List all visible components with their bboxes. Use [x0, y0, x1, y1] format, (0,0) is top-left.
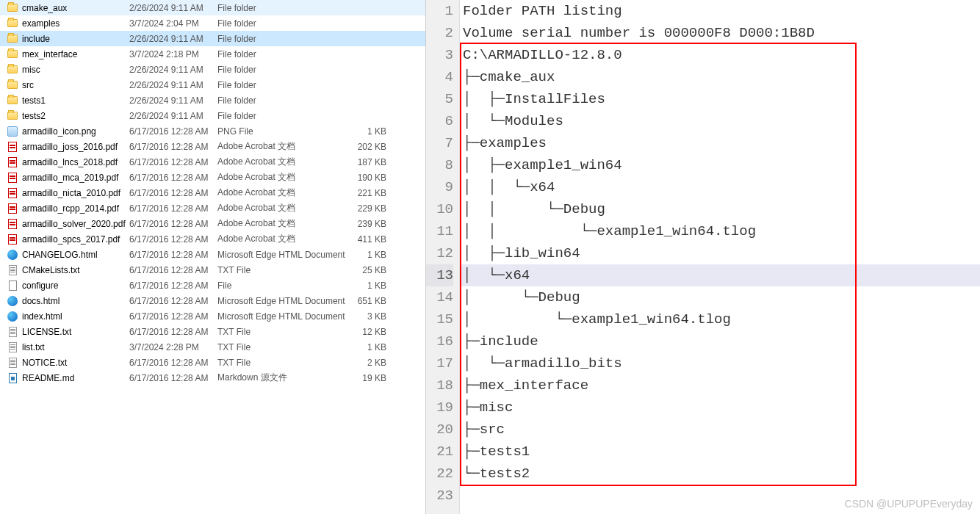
- file-date: 6/17/2016 12:28 AM: [129, 234, 217, 245]
- folder-icon: [6, 35, 19, 43]
- file-explorer-pane[interactable]: cmake_aux2/26/2024 9:11 AMFile folderexa…: [0, 0, 426, 514]
- file-type: TXT File: [217, 342, 350, 352]
- file-size: 3 KB: [350, 311, 394, 322]
- file-row[interactable]: cmake_aux2/26/2024 9:11 AMFile folder: [0, 0, 425, 15]
- pdf-icon: [6, 203, 19, 214]
- folder-icon: [6, 4, 19, 12]
- file-size: 1 KB: [350, 280, 394, 291]
- file-type: File folder: [217, 80, 350, 90]
- line-number-gutter: 1234567891011121314151617181920212223: [426, 0, 460, 514]
- file-date: 6/17/2016 12:28 AM: [129, 280, 217, 291]
- code-line: └─tests2: [460, 463, 980, 485]
- file-row[interactable]: armadillo_icon.png6/17/2016 12:28 AMPNG …: [0, 123, 425, 139]
- file-row[interactable]: include2/26/2024 9:11 AMFile folder: [0, 31, 425, 46]
- file-row[interactable]: tests12/26/2024 9:11 AMFile folder: [0, 93, 425, 108]
- file-row[interactable]: mex_interface3/7/2024 2:18 PMFile folder: [0, 46, 425, 62]
- line-number: 19: [426, 397, 453, 419]
- file-row[interactable]: armadillo_nicta_2010.pdf6/17/2016 12:28 …: [0, 185, 425, 200]
- file-type: Microsoft Edge HTML Document: [217, 296, 350, 306]
- file-row[interactable]: CHANGELOG.html6/17/2016 12:28 AMMicrosof…: [0, 247, 425, 262]
- file-date: 2/26/2024 9:11 AM: [129, 95, 217, 106]
- file-name: CHANGELOG.html: [19, 250, 129, 260]
- file-type: Adobe Acrobat 文档: [217, 217, 350, 230]
- line-number: 20: [426, 419, 453, 441]
- file-row[interactable]: index.html6/17/2016 12:28 AMMicrosoft Ed…: [0, 308, 425, 324]
- line-number: 4: [426, 66, 453, 88]
- code-line: │ │ └─x64: [460, 176, 980, 198]
- file-name: examples: [19, 18, 129, 29]
- line-number: 16: [426, 330, 453, 352]
- line-number: 21: [426, 441, 453, 463]
- line-number: 17: [426, 352, 453, 374]
- file-row[interactable]: armadillo_joss_2016.pdf6/17/2016 12:28 A…: [0, 139, 425, 154]
- file-type: Adobe Acrobat 文档: [217, 171, 350, 184]
- file-row[interactable]: armadillo_solver_2020.pdf6/17/2016 12:28…: [0, 216, 425, 231]
- file-name: CMakeLists.txt: [19, 265, 129, 275]
- file-list: cmake_aux2/26/2024 9:11 AMFile folderexa…: [0, 0, 425, 386]
- file-date: 6/17/2016 12:28 AM: [129, 311, 217, 322]
- file-date: 2/26/2024 9:11 AM: [129, 80, 217, 90]
- file-name: tests2: [19, 111, 129, 121]
- file-type: Markdown 源文件: [217, 372, 350, 384]
- file-row[interactable]: CMakeLists.txt6/17/2016 12:28 AMTXT File…: [0, 262, 425, 278]
- line-number: 10: [426, 198, 453, 220]
- file-name: armadillo_nicta_2010.pdf: [19, 188, 129, 198]
- file-size: 1 KB: [350, 126, 394, 137]
- file-size: 190 KB: [350, 173, 394, 183]
- file-row[interactable]: misc2/26/2024 9:11 AMFile folder: [0, 62, 425, 77]
- file-type: File folder: [217, 65, 350, 75]
- file-size: 229 KB: [350, 203, 394, 214]
- html-icon: [6, 311, 19, 322]
- line-number: 22: [426, 463, 453, 485]
- file-row[interactable]: armadillo_mca_2019.pdf6/17/2016 12:28 AM…: [0, 170, 425, 185]
- file-date: 6/17/2016 12:28 AM: [129, 265, 217, 275]
- txt-icon: [6, 265, 19, 275]
- file-date: 2/26/2024 9:11 AM: [129, 3, 217, 13]
- file-name: armadillo_lncs_2018.pdf: [19, 157, 129, 167]
- txt-icon: [6, 342, 19, 352]
- code-line: Volume serial number is 000000F8 D000:1B…: [460, 22, 980, 44]
- file-type: TXT File: [217, 327, 350, 337]
- file-row[interactable]: armadillo_lncs_2018.pdf6/17/2016 12:28 A…: [0, 154, 425, 170]
- file-row[interactable]: NOTICE.txt6/17/2016 12:28 AMTXT File2 KB: [0, 355, 425, 370]
- code-area[interactable]: Folder PATH listingVolume serial number …: [460, 0, 980, 514]
- file-row[interactable]: LICENSE.txt6/17/2016 12:28 AMTXT File12 …: [0, 324, 425, 339]
- file-name: armadillo_solver_2020.pdf: [19, 219, 129, 229]
- file-type: File folder: [217, 18, 350, 29]
- file-name: cmake_aux: [19, 3, 129, 13]
- file-date: 6/17/2016 12:28 AM: [129, 250, 217, 260]
- file-size: 25 KB: [350, 265, 394, 275]
- file-name: armadillo_icon.png: [19, 126, 129, 137]
- watermark: CSDN @UPUPUPEveryday: [845, 498, 973, 510]
- file-date: 3/7/2024 2:04 PM: [129, 18, 217, 29]
- line-number: 2: [426, 22, 453, 44]
- file-type: File folder: [217, 49, 350, 59]
- pdf-icon: [6, 142, 19, 152]
- file-row[interactable]: examples3/7/2024 2:04 PMFile folder: [0, 15, 425, 31]
- line-number: 13: [426, 264, 453, 286]
- file-name: armadillo_joss_2016.pdf: [19, 142, 129, 152]
- file-row[interactable]: armadillo_rcpp_2014.pdf6/17/2016 12:28 A…: [0, 200, 425, 216]
- line-number: 8: [426, 154, 453, 176]
- text-editor-pane[interactable]: 1234567891011121314151617181920212223 Fo…: [426, 0, 980, 514]
- file-row[interactable]: armadillo_spcs_2017.pdf6/17/2016 12:28 A…: [0, 231, 425, 247]
- file-row[interactable]: README.md6/17/2016 12:28 AMMarkdown 源文件1…: [0, 370, 425, 386]
- file-row[interactable]: list.txt3/7/2024 2:28 PMTXT File1 KB: [0, 339, 425, 355]
- file-date: 6/17/2016 12:28 AM: [129, 142, 217, 152]
- code-line: ├─misc: [460, 397, 980, 419]
- file-date: 6/17/2016 12:28 AM: [129, 203, 217, 214]
- file-date: 3/7/2024 2:18 PM: [129, 49, 217, 59]
- file-date: 6/17/2016 12:28 AM: [129, 327, 217, 337]
- file-row[interactable]: docs.html6/17/2016 12:28 AMMicrosoft Edg…: [0, 293, 425, 308]
- file-size: 12 KB: [350, 327, 394, 337]
- file-row[interactable]: tests22/26/2024 9:11 AMFile folder: [0, 108, 425, 123]
- file-row[interactable]: configure6/17/2016 12:28 AMFile1 KB: [0, 278, 425, 293]
- file-type: Adobe Acrobat 文档: [217, 187, 350, 199]
- file-date: 6/17/2016 12:28 AM: [129, 373, 217, 383]
- file-type: Adobe Acrobat 文档: [217, 202, 350, 214]
- code-line: ├─examples: [460, 132, 980, 154]
- file-row[interactable]: src2/26/2024 9:11 AMFile folder: [0, 77, 425, 93]
- file-name: misc: [19, 65, 129, 75]
- file-date: 6/17/2016 12:28 AM: [129, 358, 217, 368]
- file-size: 651 KB: [350, 296, 394, 306]
